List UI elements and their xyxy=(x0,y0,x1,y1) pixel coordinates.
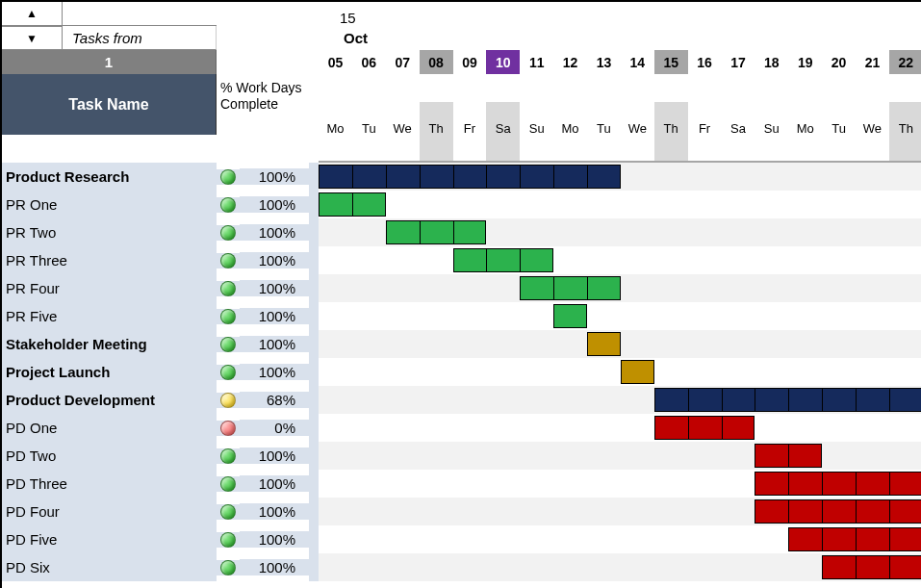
day-col-18[interactable]: 18 xyxy=(755,50,788,74)
task-name[interactable]: Product Research xyxy=(2,163,217,191)
gantt-bar[interactable] xyxy=(755,472,921,496)
tasks-from-label: Tasks from xyxy=(63,26,217,50)
task-name[interactable]: PD Four xyxy=(2,498,217,525)
scroll-up-button[interactable]: ▲ xyxy=(2,2,63,26)
status-indicator xyxy=(217,281,240,296)
dow-col: Tu xyxy=(822,102,856,163)
task-name[interactable]: Product Development xyxy=(2,386,217,414)
task-name[interactable]: PR Three xyxy=(2,246,217,274)
scroll-down-button[interactable]: ▼ xyxy=(2,26,63,50)
gantt-cell xyxy=(319,218,921,246)
dow-col: Sa xyxy=(722,102,755,163)
green-status-icon xyxy=(220,337,236,352)
gantt-bar[interactable] xyxy=(621,360,654,384)
gantt-bar[interactable] xyxy=(386,220,487,244)
day-col-16[interactable]: 16 xyxy=(688,50,722,74)
status-indicator xyxy=(217,448,240,464)
day-col-12[interactable]: 12 xyxy=(553,50,587,74)
day-col-13[interactable]: 13 xyxy=(587,50,621,74)
day-col-22[interactable]: 22 xyxy=(889,50,921,74)
dow-col: Sa xyxy=(486,102,520,163)
gantt-bar[interactable] xyxy=(822,555,921,579)
status-indicator xyxy=(217,169,240,185)
gantt-bar[interactable] xyxy=(453,248,554,272)
gantt-cell xyxy=(319,302,921,330)
gantt-bar[interactable] xyxy=(654,416,755,440)
green-status-icon xyxy=(220,560,236,575)
task-row: PR Three100% xyxy=(2,246,921,274)
dow-col: Th xyxy=(889,102,921,163)
task-row: PR Four100% xyxy=(2,274,921,302)
pct-complete-value: 100% xyxy=(240,531,309,548)
day-col-17[interactable]: 17 xyxy=(722,50,755,74)
task-name[interactable]: PD Two xyxy=(2,442,217,470)
pct-complete-value: 100% xyxy=(240,168,309,185)
task-name[interactable]: PR Two xyxy=(2,218,217,246)
dow-col: Mo xyxy=(788,102,822,163)
task-name[interactable]: PR Five xyxy=(2,302,217,330)
day-col-15[interactable]: 15 xyxy=(654,50,688,74)
day-col-07[interactable]: 07 xyxy=(386,50,420,74)
task-row: PR Two100% xyxy=(2,218,921,246)
day-col-21[interactable]: 21 xyxy=(856,50,889,74)
task-name[interactable]: PD Three xyxy=(2,470,217,498)
task-row: Product Development68% xyxy=(2,386,921,414)
day-col-14[interactable]: 14 xyxy=(621,50,654,74)
triangle-up-icon: ▲ xyxy=(26,7,38,20)
gantt-cell xyxy=(319,330,921,358)
month-label: Oct xyxy=(319,26,921,50)
green-status-icon xyxy=(220,281,236,296)
status-indicator xyxy=(217,560,240,575)
status-indicator xyxy=(217,476,240,492)
dow-header-area: MoTuWeThFrSaSuMoTuWeThFrSaSuMoTuWeTh xyxy=(319,74,921,163)
gantt-cell xyxy=(319,163,921,191)
day-col-06[interactable]: 06 xyxy=(352,50,386,74)
task-name[interactable]: PD Six xyxy=(2,553,217,581)
gantt-cell xyxy=(319,525,921,553)
task-name[interactable]: Project Launch xyxy=(2,358,217,386)
day-col-05[interactable]: 05 xyxy=(319,50,352,74)
gantt-bar[interactable] xyxy=(319,165,621,189)
task-name[interactable]: PR One xyxy=(2,191,217,218)
pct-complete-value: 100% xyxy=(240,252,309,268)
gantt-cell xyxy=(319,386,921,414)
day-col-10[interactable]: 10 xyxy=(486,50,520,74)
status-indicator xyxy=(217,504,240,520)
task-name[interactable]: PR Four xyxy=(2,274,217,302)
day-col-08[interactable]: 08 xyxy=(420,50,453,74)
status-indicator xyxy=(217,532,240,548)
day-col-11[interactable]: 11 xyxy=(520,50,553,74)
gantt-cell xyxy=(319,246,921,274)
green-status-icon xyxy=(220,448,236,464)
pct-complete-value: 100% xyxy=(240,559,309,575)
task-name-header: Task Name xyxy=(2,74,217,135)
pct-header-line2: Complete xyxy=(220,96,315,113)
day-col-09[interactable]: 09 xyxy=(453,50,487,74)
day-col-20[interactable]: 20 xyxy=(822,50,856,74)
task-rows: Product Research100%PR One100%PR Two100%… xyxy=(2,163,921,581)
green-status-icon xyxy=(220,504,236,520)
pct-complete-value: 100% xyxy=(240,280,309,296)
task-row: PD Three100% xyxy=(2,470,921,498)
dow-col: Th xyxy=(420,102,453,163)
gantt-bar[interactable] xyxy=(520,276,621,300)
green-status-icon xyxy=(220,225,236,241)
task-name[interactable]: PD One xyxy=(2,414,217,442)
pct-complete-value: 100% xyxy=(240,224,309,241)
status-indicator xyxy=(217,309,240,324)
task-row: PR One100% xyxy=(2,191,921,218)
gantt-bar[interactable] xyxy=(755,499,921,524)
task-name[interactable]: PD Five xyxy=(2,525,217,553)
pct-header-line1: % Work Days xyxy=(220,80,315,96)
green-status-icon xyxy=(220,197,236,213)
task-name[interactable]: Stakeholder Meeting xyxy=(2,330,217,358)
gantt-cell xyxy=(319,274,921,302)
day-col-19[interactable]: 19 xyxy=(788,50,822,74)
gantt-bar[interactable] xyxy=(553,304,587,328)
green-status-icon xyxy=(220,532,236,548)
gantt-bar[interactable] xyxy=(587,332,621,356)
pct-complete-value: 100% xyxy=(240,336,309,352)
red-status-icon xyxy=(220,421,236,436)
green-status-icon xyxy=(220,253,236,268)
task-row: PD Five100% xyxy=(2,525,921,553)
